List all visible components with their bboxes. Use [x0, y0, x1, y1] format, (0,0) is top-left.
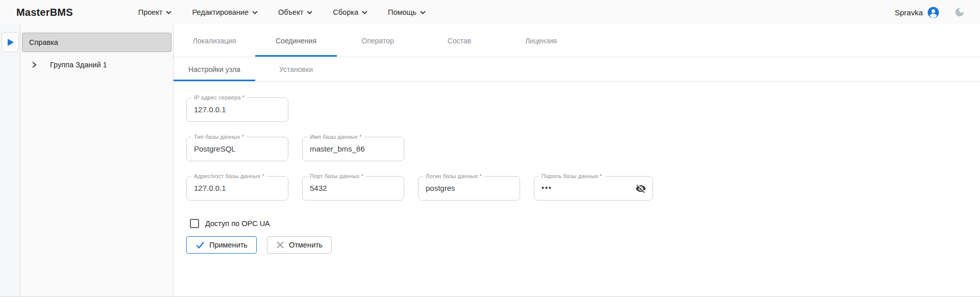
tab-operator[interactable]: Оператор: [337, 24, 419, 57]
check-icon: [195, 241, 205, 249]
user-name: Spravka: [895, 8, 923, 17]
field-db-port[interactable]: Порт базы данных * 5432: [302, 176, 404, 201]
main-content: Локализация Соединения Оператор Состав Л…: [174, 24, 980, 296]
chevron-down-icon: [362, 11, 368, 14]
menu-label: Объект: [278, 8, 303, 16]
button-label: Применить: [209, 241, 248, 249]
field-label: Пароль базы данных *: [539, 173, 605, 179]
field-db-name[interactable]: Имя базы данных * master_bms_86: [302, 137, 404, 161]
field-value: PostgreSQL: [187, 137, 288, 160]
menu-label: Редактирование: [192, 8, 248, 16]
field-label: IP адрес сервера *: [191, 94, 247, 101]
field-value: master_bms_86: [303, 137, 404, 160]
tree-item-label: Группа Зданий 1: [50, 61, 107, 69]
app-logo: MasterBMS: [16, 7, 73, 18]
chevron-right-icon[interactable]: [32, 61, 37, 68]
subtab-node-settings[interactable]: Настройки узла: [174, 57, 255, 81]
field-db-type[interactable]: Тип базы данных * PostgreSQL: [186, 137, 288, 161]
chevron-down-icon: [252, 11, 258, 14]
tree-panel: Справка Группа Зданий 1: [20, 24, 174, 296]
chevron-down-icon: [166, 11, 172, 14]
checkbox-label: Доступ по OPC UA: [205, 219, 270, 228]
tree-item-help[interactable]: Справка: [22, 33, 172, 52]
form-row: Тип базы данных * PostgreSQL Имя базы да…: [186, 137, 980, 161]
subtab-installations[interactable]: Установки: [255, 57, 337, 81]
field-value: 127.0.0.1: [187, 98, 288, 121]
dark-mode-icon[interactable]: [954, 7, 965, 18]
field-value: 127.0.0.1: [187, 177, 288, 200]
field-value: 5432: [303, 177, 404, 200]
form-actions: Применить Отменить: [186, 236, 980, 254]
menu-help[interactable]: Помощь: [388, 8, 426, 16]
chevron-down-icon: [420, 11, 426, 14]
field-db-login[interactable]: Логин базы данных * postgres: [418, 176, 520, 201]
button-label: Отменить: [289, 241, 323, 249]
field-label: Тип базы данных *: [191, 134, 247, 140]
field-server-ip[interactable]: IP адрес сервера * 127.0.0.1: [186, 97, 288, 122]
connection-form: IP адрес сервера * 127.0.0.1 Тип базы да…: [174, 82, 980, 254]
opc-ua-row: Доступ по OPC UA: [190, 219, 980, 228]
tab-license[interactable]: Лицензия: [500, 24, 582, 57]
tab-connections[interactable]: Соединения: [255, 24, 337, 57]
x-icon: [276, 241, 284, 249]
topbar: MasterBMS Проект Редактирование Объект С…: [0, 0, 980, 24]
app-window: MasterBMS Проект Редактирование Объект С…: [0, 0, 980, 297]
eye-off-icon[interactable]: [635, 183, 646, 194]
menu-bar: Проект Редактирование Объект Сборка Помо…: [138, 8, 426, 16]
menu-edit[interactable]: Редактирование: [192, 8, 257, 16]
menu-label: Проект: [138, 8, 163, 16]
form-row: Адрес/хост базы данных * 127.0.0.1 Порт …: [186, 176, 980, 201]
cancel-button[interactable]: Отменить: [267, 236, 332, 254]
opc-ua-checkbox[interactable]: [190, 219, 199, 228]
field-value: postgres: [419, 177, 520, 200]
chevron-down-icon: [307, 11, 312, 14]
tab-bar: Локализация Соединения Оператор Состав Л…: [174, 24, 980, 57]
apply-button[interactable]: Применить: [186, 236, 257, 254]
field-label: Имя базы данных *: [307, 134, 364, 140]
tab-composition[interactable]: Состав: [419, 24, 500, 57]
field-label: Логин базы данных *: [423, 173, 484, 179]
account-icon[interactable]: [927, 6, 940, 19]
menu-object[interactable]: Объект: [278, 8, 312, 16]
field-db-host[interactable]: Адрес/хост базы данных * 127.0.0.1: [186, 176, 288, 201]
field-label: Адрес/хост базы данных *: [191, 173, 267, 179]
menu-project[interactable]: Проект: [138, 8, 172, 16]
menu-build[interactable]: Сборка: [333, 8, 368, 16]
menu-label: Помощь: [388, 8, 416, 16]
app-body: Справка Группа Зданий 1 Локализация Соед…: [0, 24, 980, 296]
form-row: IP адрес сервера * 127.0.0.1: [186, 97, 980, 122]
topbar-right: Spravka: [895, 6, 965, 19]
field-label: Порт базы данных *: [307, 173, 366, 179]
play-icon: [8, 39, 14, 46]
field-db-password[interactable]: Пароль базы данных * •••: [534, 176, 653, 201]
field-value: •••: [534, 177, 652, 200]
menu-label: Сборка: [333, 8, 358, 16]
tab-localization[interactable]: Локализация: [174, 24, 255, 57]
sidebar-toggle-button[interactable]: [2, 32, 19, 52]
tree-item-building-group[interactable]: Группа Зданий 1: [20, 59, 173, 71]
tree-item-label: Справка: [29, 38, 58, 46]
sidebar-rail: [0, 24, 20, 296]
subtab-bar: Настройки узла Установки: [174, 57, 980, 82]
